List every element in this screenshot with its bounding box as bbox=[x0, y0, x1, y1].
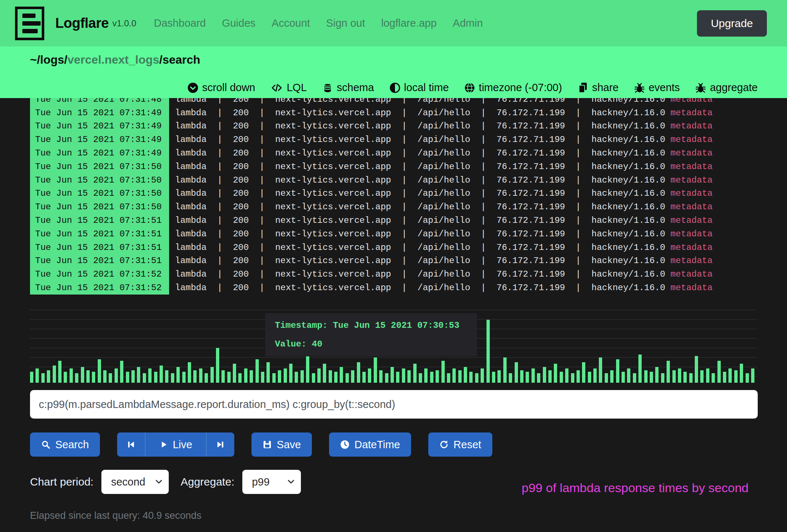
chart-bar[interactable] bbox=[250, 370, 253, 383]
chart-bar[interactable] bbox=[154, 372, 157, 383]
chart-bar[interactable] bbox=[289, 364, 292, 383]
chart-bar[interactable] bbox=[171, 373, 174, 383]
chart-bar[interactable] bbox=[70, 368, 73, 383]
metadata-link[interactable]: metadata bbox=[670, 241, 712, 254]
log-row[interactable]: Tue Jun 15 2021 07:31:51lambda | 200 | n… bbox=[0, 254, 787, 268]
chart-bar[interactable] bbox=[244, 368, 247, 383]
metadata-link[interactable]: metadata bbox=[670, 281, 712, 295]
metadata-link[interactable]: metadata bbox=[670, 200, 712, 214]
chart-bar[interactable] bbox=[582, 362, 585, 383]
metadata-link[interactable]: metadata bbox=[670, 120, 712, 133]
chart-bar[interactable] bbox=[503, 357, 507, 383]
chart-bar[interactable] bbox=[672, 370, 676, 383]
chart-bar[interactable] bbox=[413, 364, 417, 383]
chart-bar[interactable] bbox=[362, 372, 366, 383]
chart-bar[interactable] bbox=[447, 373, 450, 383]
control-schema[interactable]: schema bbox=[322, 82, 374, 94]
log-row[interactable]: Tue Jun 15 2021 07:31:52lambda | 200 | n… bbox=[0, 267, 787, 281]
log-row[interactable]: Tue Jun 15 2021 07:31:49lambda | 200 | n… bbox=[0, 146, 787, 160]
chart-bar[interactable] bbox=[734, 370, 738, 383]
chart-bar[interactable] bbox=[667, 361, 670, 383]
chart-bar[interactable] bbox=[610, 370, 613, 383]
chart-bar[interactable] bbox=[351, 370, 354, 383]
logflare-logo-icon[interactable] bbox=[15, 7, 44, 40]
chart-bar[interactable] bbox=[751, 368, 754, 383]
log-row[interactable]: Tue Jun 15 2021 07:31:50lambda | 200 | n… bbox=[0, 160, 787, 173]
aggregate-select[interactable]: p99 bbox=[242, 470, 301, 494]
chart-bar[interactable] bbox=[221, 370, 225, 383]
chart-bar[interactable] bbox=[475, 373, 478, 383]
nav-link-account[interactable]: Account bbox=[272, 17, 310, 29]
chart-bar[interactable] bbox=[47, 370, 50, 383]
chart-bar[interactable] bbox=[238, 373, 242, 383]
chart-bar[interactable] bbox=[98, 359, 101, 383]
log-row[interactable]: Tue Jun 15 2021 07:31:50lambda | 200 | n… bbox=[0, 200, 787, 214]
chart-bar[interactable] bbox=[36, 368, 39, 383]
chart-bar[interactable] bbox=[605, 373, 608, 383]
chart-period-select[interactable]: second bbox=[101, 470, 169, 494]
chart-bar[interactable] bbox=[193, 370, 197, 383]
control-aggregate[interactable]: aggregate bbox=[695, 82, 758, 94]
chart-bar[interactable] bbox=[210, 367, 214, 383]
chart-bar[interactable] bbox=[357, 362, 360, 383]
chart-bar[interactable] bbox=[689, 373, 693, 383]
chart-bar[interactable] bbox=[481, 368, 484, 383]
chart-bar[interactable] bbox=[334, 372, 337, 383]
chart-bar[interactable] bbox=[650, 372, 653, 383]
chart-bar[interactable] bbox=[712, 373, 715, 383]
save-button[interactable]: Save bbox=[251, 432, 312, 457]
chart-bar[interactable] bbox=[64, 372, 67, 383]
search-button[interactable]: Search bbox=[30, 432, 100, 457]
chart-bar[interactable] bbox=[599, 357, 602, 383]
chart-bar[interactable] bbox=[396, 372, 399, 383]
chart-bar[interactable] bbox=[58, 361, 61, 383]
control-share[interactable]: share bbox=[577, 82, 619, 94]
chart-bar[interactable] bbox=[41, 373, 45, 383]
datetime-button[interactable]: DateTime bbox=[329, 432, 411, 457]
chart-bar[interactable] bbox=[683, 372, 687, 383]
chart-bar[interactable] bbox=[509, 373, 512, 383]
chart-bar[interactable] bbox=[655, 367, 659, 383]
log-row[interactable]: Tue Jun 15 2021 07:31:49lambda | 200 | n… bbox=[0, 106, 787, 120]
chart-bar[interactable] bbox=[301, 370, 304, 383]
upgrade-button[interactable]: Upgrade bbox=[697, 10, 767, 37]
nav-link-signout[interactable]: Sign out bbox=[326, 17, 365, 29]
chart-bar[interactable] bbox=[633, 373, 636, 383]
log-row[interactable]: Tue Jun 15 2021 07:31:49lambda | 200 | n… bbox=[0, 133, 787, 146]
chart-bar[interactable] bbox=[520, 370, 523, 383]
chart-bar[interactable] bbox=[379, 370, 383, 383]
chart-bar[interactable] bbox=[486, 320, 490, 383]
nav-link-admin[interactable]: Admin bbox=[453, 17, 483, 29]
log-row[interactable]: Tue Jun 15 2021 07:31:51lambda | 200 | n… bbox=[0, 241, 787, 254]
metadata-link[interactable]: metadata bbox=[670, 214, 712, 227]
chart-bar[interactable] bbox=[368, 368, 371, 383]
chart-bar[interactable] bbox=[81, 367, 84, 383]
chart-bar[interactable] bbox=[126, 372, 129, 383]
chart-bar[interactable] bbox=[548, 370, 552, 383]
chart-bar[interactable] bbox=[86, 370, 90, 383]
chart-bar[interactable] bbox=[374, 357, 377, 383]
chart-bar[interactable] bbox=[464, 367, 467, 383]
metadata-link[interactable]: metadata bbox=[670, 254, 712, 268]
metadata-link[interactable]: metadata bbox=[670, 133, 712, 146]
chart-bar[interactable] bbox=[385, 373, 388, 383]
chart-bar[interactable] bbox=[188, 362, 191, 383]
chart-bar[interactable] bbox=[627, 368, 630, 383]
chart-bar[interactable] bbox=[306, 356, 309, 383]
chart-bar[interactable] bbox=[199, 368, 202, 383]
log-row[interactable]: Tue Jun 15 2021 07:31:48lambda | 200 | n… bbox=[0, 98, 787, 106]
reset-button[interactable]: Reset bbox=[428, 432, 492, 457]
chart-bar[interactable] bbox=[554, 364, 557, 383]
chart-bar[interactable] bbox=[706, 368, 709, 383]
breadcrumb-source[interactable]: vercel.next_logs bbox=[67, 53, 159, 66]
metadata-link[interactable]: metadata bbox=[670, 106, 712, 120]
chart-bar[interactable] bbox=[115, 368, 118, 383]
chart-bar[interactable] bbox=[323, 364, 326, 383]
log-row[interactable]: Tue Jun 15 2021 07:31:50lambda | 200 | n… bbox=[0, 173, 787, 187]
chart-bar[interactable] bbox=[571, 373, 574, 383]
log-row[interactable]: Tue Jun 15 2021 07:31:50lambda | 200 | n… bbox=[0, 187, 787, 201]
chart-bar[interactable] bbox=[678, 368, 681, 383]
chart-bar[interactable] bbox=[700, 370, 704, 383]
chart-bar[interactable] bbox=[165, 370, 168, 383]
skip-to-end-button[interactable] bbox=[206, 432, 234, 457]
